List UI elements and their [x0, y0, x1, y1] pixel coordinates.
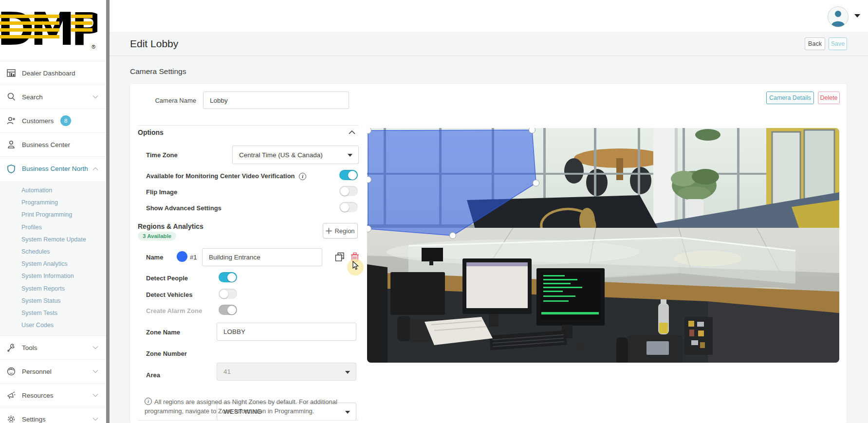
create-alarm-zone-label: Create Alarm Zone	[146, 307, 202, 314]
region-overlay[interactable]	[367, 128, 839, 363]
sidebar-subitem-system-remote-update[interactable]: System Remote Update	[0, 234, 106, 246]
sidebar-subitem-system-status[interactable]: System Status	[0, 295, 106, 307]
sidebar-item-label: Search	[22, 93, 43, 101]
region-number: #1	[190, 254, 197, 261]
sidebar-subitem-system-analytics[interactable]: System Analytics	[0, 258, 106, 270]
sidebar-item-business-center-north[interactable]: Business Center North	[0, 157, 106, 181]
dmp-logo[interactable]: DMP ®	[0, 0, 106, 61]
user-avatar[interactable]	[828, 6, 849, 27]
megaphone-icon	[6, 390, 16, 400]
sidebar-item-customers[interactable]: Customers 8	[0, 109, 106, 133]
chevron-down-icon	[92, 95, 98, 99]
top-bar	[110, 0, 868, 32]
info-icon: i	[145, 398, 152, 405]
main-area: Edit Lobby Back Save Camera Settings Cam…	[110, 0, 868, 423]
customers-count-badge: 8	[60, 115, 71, 126]
bottom-divider	[138, 420, 359, 421]
hard-hat-person-icon	[6, 367, 16, 376]
region-color-dot[interactable]	[177, 251, 187, 262]
camera-name-input[interactable]: Lobby	[203, 92, 349, 109]
app-root: DMP ® Dealer D	[0, 0, 868, 423]
sidebar-item-label: Dealer Dashboard	[22, 70, 75, 77]
sidebar-subitem-profiles[interactable]: Profiles	[0, 221, 106, 234]
sidebar: DMP ® Dealer D	[0, 0, 106, 423]
select-caret-icon	[348, 154, 352, 157]
person-icon	[6, 140, 16, 149]
camera-details-button[interactable]: Camera Details	[766, 92, 814, 104]
camera-settings-card: Camera Name Lobby Camera Details Delete …	[130, 84, 847, 423]
add-region-button[interactable]: Region	[323, 223, 358, 239]
sidebar-item-search[interactable]: Search	[0, 85, 106, 109]
sidebar-item-label: Settings	[22, 416, 46, 423]
avatar-menu-caret-icon[interactable]	[854, 14, 860, 18]
sidebar-subitem-programming[interactable]: Programming	[0, 197, 106, 209]
zone-number-label: Zone Number	[146, 350, 187, 357]
region-name-value: Building Entrance	[209, 254, 260, 261]
save-button[interactable]: Save	[829, 37, 847, 50]
camera-preview[interactable]	[367, 128, 839, 363]
region-name-input[interactable]: Building Entrance	[202, 248, 322, 266]
sidebar-item-label: Business Center North	[22, 165, 88, 172]
sidebar-item-tools[interactable]: Tools	[0, 336, 106, 360]
sidebar-scrollbar[interactable]	[106, 0, 110, 423]
options-divider	[138, 125, 359, 126]
flip-image-label: Flip Image	[146, 188, 177, 196]
chevron-down-icon	[92, 346, 98, 349]
collapse-options-icon[interactable]	[348, 130, 356, 135]
verification-toggle[interactable]	[339, 170, 358, 180]
wrench-icon	[6, 343, 16, 352]
region-polygon[interactable]	[368, 130, 536, 236]
select-caret-icon	[345, 371, 350, 374]
sidebar-subitem-system-reports[interactable]: System Reports	[0, 283, 106, 295]
sidebar-item-personnel[interactable]: Personnel	[0, 360, 106, 384]
info-icon[interactable]: i	[299, 173, 306, 180]
night-zones-note: i All regions are assigned as Night Zone…	[145, 397, 343, 416]
detect-vehicles-label: Detect Vehicles	[146, 291, 192, 298]
sidebar-item-business-center[interactable]: Business Center	[0, 133, 106, 157]
sidebar-item-resources[interactable]: Resources	[0, 384, 106, 407]
add-region-label: Region	[334, 227, 354, 235]
sidebar-item-dealer-dashboard[interactable]: Dealer Dashboard	[0, 61, 106, 85]
camera-name-label: Camera Name	[148, 97, 196, 104]
sidebar-item-label: Customers	[22, 117, 54, 125]
chevron-down-icon	[92, 393, 98, 397]
zone-name-value: LOBBY	[223, 328, 245, 335]
regions-available-badge: 3 Available	[138, 232, 176, 240]
sidebar-item-label: Resources	[22, 392, 54, 399]
advanced-settings-label: Show Advanced Settings	[146, 204, 222, 212]
plus-icon	[326, 228, 332, 234]
mouse-cursor-icon	[352, 261, 360, 271]
sidebar-subitem-automation[interactable]: Automation	[0, 184, 106, 197]
section-title: Camera Settings	[130, 67, 186, 76]
page-header: Edit Lobby Back Save	[110, 32, 868, 56]
zone-name-label: Zone Name	[146, 329, 180, 336]
back-button[interactable]: Back	[805, 37, 825, 50]
area-label: Area	[146, 371, 160, 379]
copy-region-icon[interactable]	[334, 252, 345, 262]
sidebar-subitem-print-programming[interactable]: Print Programming	[0, 209, 106, 221]
zone-name-input[interactable]: LOBBY	[217, 323, 356, 341]
detect-vehicles-toggle[interactable]	[219, 289, 237, 299]
avatar-person-icon	[828, 7, 848, 27]
delete-camera-button[interactable]: Delete	[818, 92, 840, 104]
flip-image-toggle[interactable]	[339, 186, 358, 196]
sidebar-subitem-system-information[interactable]: System Information	[0, 270, 106, 282]
sidebar-subitem-schedules[interactable]: Schedules	[0, 246, 106, 258]
dashboard-icon	[6, 68, 16, 78]
shield-icon	[6, 164, 16, 174]
sidebar-item-label: Business Center	[22, 141, 70, 148]
sidebar-item-settings[interactable]: Settings	[0, 407, 106, 423]
dmp-logo-image: DMP ®	[0, 0, 97, 54]
verification-label: Available for Monitoring Center Video Ve…	[146, 172, 306, 180]
page-title: Edit Lobby	[130, 38, 178, 50]
gear-icon	[6, 414, 16, 423]
sidebar-item-label: Personnel	[22, 368, 52, 375]
detect-people-toggle[interactable]	[219, 272, 237, 282]
svg-text:®: ®	[92, 44, 95, 50]
advanced-settings-toggle[interactable]	[339, 202, 358, 212]
sidebar-subitem-system-tests[interactable]: System Tests	[0, 307, 106, 319]
create-alarm-zone-toggle	[219, 305, 237, 315]
time-zone-select[interactable]: Central Time (US & Canada)	[232, 146, 359, 164]
select-caret-icon	[345, 411, 350, 414]
sidebar-subitem-user-codes[interactable]: User Codes	[0, 319, 106, 331]
